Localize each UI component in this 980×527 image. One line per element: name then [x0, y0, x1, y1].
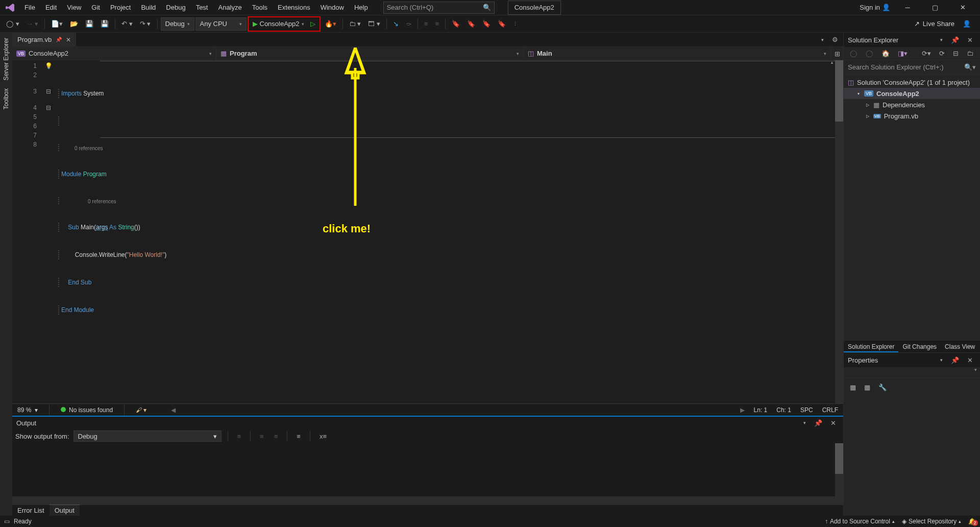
open-file-button[interactable]: 📂 [67, 17, 81, 31]
active-files-dropdown[interactable]: ▾ [818, 33, 827, 46]
save-button[interactable]: 💾 [82, 17, 96, 31]
categorized-button[interactable]: ▦ [847, 380, 859, 394]
document-tab-program[interactable]: Program.vb 📌 ✕ [12, 33, 77, 47]
alphabetical-button[interactable]: ▦ [861, 380, 873, 394]
server-explorer-tab[interactable]: Server Explorer [2, 35, 11, 83]
toolbar-more-button[interactable]: ⋮ [510, 17, 521, 31]
menu-project[interactable]: Project [105, 0, 136, 15]
redo-button[interactable]: ↷ ▾ [137, 17, 154, 31]
output-from-combo[interactable]: Debug ▾ [74, 430, 222, 442]
nav-back-button[interactable]: ◯ ▾ [3, 17, 22, 31]
undo-button[interactable]: ↶ ▾ [118, 17, 136, 31]
word-wrap-button[interactable]: ≡ [293, 429, 304, 443]
indent-less-button[interactable]: ≡ [421, 17, 431, 31]
add-to-source-control-button[interactable]: ↑ Add to Source Control ▴ [825, 518, 895, 525]
close-window-button[interactable]: ✕ [952, 1, 973, 15]
line-indicator[interactable]: Ln: 1 [754, 406, 768, 414]
brush-button[interactable]: 🖌 ▾ [136, 406, 146, 414]
dependencies-node[interactable]: ▷ ▦ Dependencies [844, 99, 980, 110]
menu-test[interactable]: Test [191, 0, 213, 15]
forward-nav-button[interactable]: ◯ [863, 47, 876, 60]
nav-forward-button[interactable]: → ▾ [23, 17, 42, 31]
solution-node[interactable]: ◫ Solution 'ConsoleApp2' (1 of 1 project… [844, 77, 980, 88]
start-debugging-button[interactable]: ▶ ConsoleApp2 ▾ [250, 18, 307, 30]
new-project-button[interactable]: 📄▾ [48, 17, 66, 31]
notifications-button[interactable]: 🔔 2 [968, 518, 976, 525]
show-all-files-button[interactable]: 🗀 [964, 47, 976, 60]
codelens-refs-1[interactable]: 0 references [58, 197, 843, 204]
collapse-all-button[interactable]: ⊟ [950, 47, 962, 60]
zoom-combo[interactable]: 89 % ▾ [17, 406, 38, 414]
bookmark-prev-button[interactable]: 🔖 [464, 17, 478, 31]
step-into-button[interactable]: ↘ [390, 17, 402, 31]
go-to-next-button[interactable]: ≡ [257, 429, 267, 443]
pin-icon[interactable]: 📌 [56, 37, 62, 42]
start-without-debugging-button[interactable]: ▷ [307, 18, 318, 30]
output-pin-icon[interactable]: 📌 [811, 416, 825, 429]
menu-help[interactable]: Help [349, 0, 373, 15]
configuration-combo[interactable]: Debug▾ [161, 17, 194, 31]
column-indicator[interactable]: Ch: 1 [776, 406, 791, 414]
hot-reload-button[interactable]: 🔥▾ [322, 17, 339, 31]
properties-pin-icon[interactable]: 📌 [948, 353, 962, 367]
indent-more-button[interactable]: ≡ [432, 17, 442, 31]
eol-indicator[interactable]: CRLF [822, 406, 838, 414]
solution-tree[interactable]: ◫ Solution 'ConsoleApp2' (1 of 1 project… [844, 75, 980, 340]
program-file-node[interactable]: ▷ VB Program.vb [844, 110, 980, 122]
menu-extensions[interactable]: Extensions [273, 0, 315, 15]
split-editor-button[interactable]: ⊞ [831, 47, 843, 60]
close-tab-icon[interactable]: ✕ [66, 36, 71, 43]
menu-file[interactable]: File [19, 0, 40, 15]
maximize-button[interactable]: ▢ [925, 1, 945, 15]
output-tab[interactable]: Output [50, 505, 80, 516]
output-vertical-scrollbar[interactable] [835, 443, 843, 505]
live-share-button[interactable]: ↗ Live Share 👤 [908, 20, 977, 28]
switch-views-button[interactable]: ◨▾ [895, 47, 911, 60]
expand-icon[interactable]: ▷ [865, 103, 870, 107]
menu-edit[interactable]: Edit [40, 0, 62, 15]
expand-icon[interactable]: ▷ [865, 114, 870, 118]
browse-in-button[interactable]: 🗀 ▾ [346, 17, 364, 31]
editor-vertical-scrollbar[interactable]: ▲ [835, 60, 843, 403]
platform-combo[interactable]: Any CPU▾ [195, 17, 247, 31]
toolbox-tab[interactable]: Toolbox [2, 85, 11, 112]
expand-icon[interactable]: ▾ [856, 91, 861, 96]
panel-pin-icon[interactable]: 📌 [948, 33, 962, 46]
output-horizontal-scrollbar[interactable] [12, 496, 835, 505]
codelens-refs-0[interactable]: 0 references [58, 144, 843, 151]
hscroll-left-icon[interactable]: ◀ [171, 406, 176, 414]
web-button[interactable]: 🗔 ▾ [365, 17, 383, 31]
bookmark-button[interactable]: 🔖 [449, 17, 463, 31]
clear-all-button[interactable]: ≡ [271, 429, 281, 443]
code-editor[interactable]: 12 3 45678 💡 ⊟ ⊟ Imports System 0 refere… [12, 60, 843, 403]
type-combo[interactable]: ▦ Program ▾ [216, 47, 524, 60]
select-repository-button[interactable]: ◈ Select Repository ▴ [902, 518, 961, 525]
solution-explorer-tab[interactable]: Solution Explorer [844, 341, 898, 352]
back-nav-button[interactable]: ◯ [847, 47, 861, 60]
output-close-icon[interactable]: ✕ [827, 416, 839, 429]
project-combo[interactable]: VB ConsoleApp2 ▾ [12, 47, 216, 60]
go-to-prev-button[interactable]: ≡ [234, 429, 244, 443]
sign-in-button[interactable]: Sign in 👤 [860, 4, 890, 11]
menu-tools[interactable]: Tools [247, 0, 273, 15]
home-button[interactable]: 🏠 [878, 47, 893, 60]
menu-build[interactable]: Build [136, 0, 161, 15]
project-node[interactable]: ▾ VB ConsoleApp2 [844, 88, 980, 99]
menu-analyze[interactable]: Analyze [213, 0, 247, 15]
bookmark-next-button[interactable]: 🔖 [479, 17, 494, 31]
solution-explorer-search[interactable]: Search Solution Explorer (Ctrl+;) 🔍▾ [844, 60, 980, 75]
spaces-indicator[interactable]: SPC [800, 406, 813, 414]
menu-window[interactable]: Window [315, 0, 349, 15]
properties-combo-caret[interactable]: ▾ [971, 367, 980, 378]
save-all-button[interactable]: 💾 [97, 17, 112, 31]
hscroll-right-icon[interactable]: ▶ [740, 406, 745, 414]
menu-view[interactable]: View [62, 0, 86, 15]
menu-debug[interactable]: Debug [161, 0, 190, 15]
search-box[interactable]: Search (Ctrl+Q) 🔍 [383, 2, 495, 14]
issues-indicator[interactable]: No issues found [61, 406, 113, 414]
class-view-tab[interactable]: Class View [941, 341, 979, 352]
sync-button[interactable]: ⟳ [936, 47, 948, 60]
output-dropdown-icon[interactable]: ▾ [800, 416, 809, 429]
fold-margin[interactable]: 💡 ⊟ ⊟ [41, 60, 56, 403]
code-area[interactable]: Imports System 0 references Module Progr… [56, 60, 843, 403]
